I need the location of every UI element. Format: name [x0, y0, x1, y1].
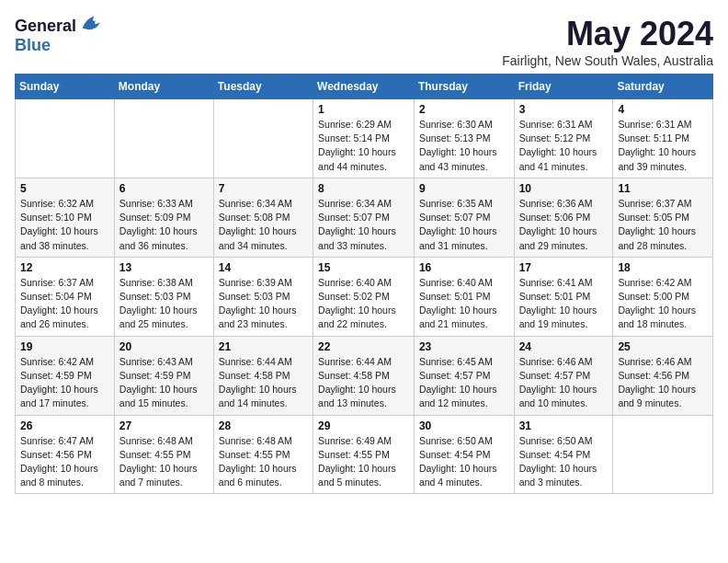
calendar-cell: 10Sunrise: 6:36 AMSunset: 5:06 PMDayligh…	[514, 178, 613, 257]
col-monday: Monday	[114, 75, 213, 99]
col-friday: Friday	[514, 75, 613, 99]
day-number: 29	[318, 419, 409, 432]
day-number: 19	[20, 340, 109, 353]
day-number: 13	[119, 261, 209, 274]
calendar-header: Sunday Monday Tuesday Wednesday Thursday…	[16, 75, 713, 99]
day-number: 6	[119, 182, 209, 195]
day-number: 26	[20, 419, 109, 432]
day-number: 12	[20, 261, 109, 274]
day-info: Sunrise: 6:36 AMSunset: 5:06 PMDaylight:…	[519, 197, 609, 253]
day-number: 17	[519, 261, 609, 274]
day-info: Sunrise: 6:42 AMSunset: 4:59 PMDaylight:…	[20, 355, 109, 411]
day-number: 21	[219, 340, 308, 353]
calendar-week-2: 5Sunrise: 6:32 AMSunset: 5:10 PMDaylight…	[16, 178, 713, 257]
day-number: 7	[219, 182, 308, 195]
month-title: May 2024	[502, 15, 713, 53]
day-number: 18	[618, 261, 708, 274]
calendar-cell: 22Sunrise: 6:44 AMSunset: 4:58 PMDayligh…	[313, 336, 415, 415]
day-info: Sunrise: 6:37 AMSunset: 5:04 PMDaylight:…	[20, 276, 109, 332]
col-sunday: Sunday	[16, 75, 115, 99]
calendar-cell: 28Sunrise: 6:48 AMSunset: 4:55 PMDayligh…	[213, 415, 313, 494]
calendar-cell: 13Sunrise: 6:38 AMSunset: 5:03 PMDayligh…	[114, 257, 213, 336]
calendar-table: Sunday Monday Tuesday Wednesday Thursday…	[15, 74, 713, 494]
day-info: Sunrise: 6:48 AMSunset: 4:55 PMDaylight:…	[219, 434, 308, 490]
day-info: Sunrise: 6:48 AMSunset: 4:55 PMDaylight:…	[119, 434, 209, 490]
day-info: Sunrise: 6:47 AMSunset: 4:56 PMDaylight:…	[20, 434, 109, 490]
day-number: 27	[119, 419, 209, 432]
day-number: 14	[219, 261, 308, 274]
day-info: Sunrise: 6:31 AMSunset: 5:12 PMDaylight:…	[519, 118, 609, 174]
calendar-cell: 8Sunrise: 6:34 AMSunset: 5:07 PMDaylight…	[313, 178, 415, 257]
day-number: 16	[419, 261, 509, 274]
day-number: 5	[20, 182, 109, 195]
header-row: Sunday Monday Tuesday Wednesday Thursday…	[16, 75, 713, 99]
day-number: 4	[618, 103, 708, 116]
calendar-cell	[613, 415, 713, 494]
day-info: Sunrise: 6:35 AMSunset: 5:07 PMDaylight:…	[419, 197, 509, 253]
day-number: 8	[318, 182, 409, 195]
day-number: 25	[618, 340, 708, 353]
calendar-cell	[114, 99, 213, 178]
day-info: Sunrise: 6:37 AMSunset: 5:05 PMDaylight:…	[618, 197, 708, 253]
calendar-cell: 15Sunrise: 6:40 AMSunset: 5:02 PMDayligh…	[313, 257, 415, 336]
calendar-week-5: 26Sunrise: 6:47 AMSunset: 4:56 PMDayligh…	[16, 415, 713, 494]
day-info: Sunrise: 6:40 AMSunset: 5:02 PMDaylight:…	[318, 276, 409, 332]
day-info: Sunrise: 6:46 AMSunset: 4:56 PMDaylight:…	[618, 355, 708, 411]
day-number: 2	[419, 103, 509, 116]
calendar-cell: 29Sunrise: 6:49 AMSunset: 4:55 PMDayligh…	[313, 415, 415, 494]
calendar-cell: 4Sunrise: 6:31 AMSunset: 5:11 PMDaylight…	[613, 99, 713, 178]
day-number: 3	[519, 103, 609, 116]
calendar-cell: 1Sunrise: 6:29 AMSunset: 5:14 PMDaylight…	[313, 99, 415, 178]
day-number: 31	[519, 419, 609, 432]
day-number: 15	[318, 261, 409, 274]
day-info: Sunrise: 6:44 AMSunset: 4:58 PMDaylight:…	[219, 355, 308, 411]
logo-blue-text: Blue	[15, 36, 51, 55]
day-number: 20	[119, 340, 209, 353]
calendar-cell: 14Sunrise: 6:39 AMSunset: 5:03 PMDayligh…	[213, 257, 313, 336]
day-number: 23	[419, 340, 509, 353]
day-info: Sunrise: 6:32 AMSunset: 5:10 PMDaylight:…	[20, 197, 109, 253]
day-number: 24	[519, 340, 609, 353]
calendar-cell	[16, 99, 115, 178]
calendar-cell: 2Sunrise: 6:30 AMSunset: 5:13 PMDaylight…	[414, 99, 514, 178]
day-info: Sunrise: 6:50 AMSunset: 4:54 PMDaylight:…	[419, 434, 509, 490]
col-thursday: Thursday	[414, 75, 514, 99]
day-info: Sunrise: 6:34 AMSunset: 5:07 PMDaylight:…	[318, 197, 409, 253]
day-info: Sunrise: 6:50 AMSunset: 4:54 PMDaylight:…	[519, 434, 609, 490]
day-info: Sunrise: 6:38 AMSunset: 5:03 PMDaylight:…	[119, 276, 209, 332]
day-info: Sunrise: 6:39 AMSunset: 5:03 PMDaylight:…	[219, 276, 308, 332]
day-number: 1	[318, 103, 409, 116]
calendar-cell: 30Sunrise: 6:50 AMSunset: 4:54 PMDayligh…	[414, 415, 514, 494]
calendar-cell: 25Sunrise: 6:46 AMSunset: 4:56 PMDayligh…	[613, 336, 713, 415]
day-info: Sunrise: 6:43 AMSunset: 4:59 PMDaylight:…	[119, 355, 209, 411]
day-info: Sunrise: 6:45 AMSunset: 4:57 PMDaylight:…	[419, 355, 509, 411]
calendar-cell	[213, 99, 313, 178]
calendar-cell: 18Sunrise: 6:42 AMSunset: 5:00 PMDayligh…	[613, 257, 713, 336]
logo: General Blue	[15, 15, 103, 55]
calendar-cell: 16Sunrise: 6:40 AMSunset: 5:01 PMDayligh…	[414, 257, 514, 336]
day-info: Sunrise: 6:30 AMSunset: 5:13 PMDaylight:…	[419, 118, 509, 174]
day-number: 22	[318, 340, 409, 353]
calendar-cell: 12Sunrise: 6:37 AMSunset: 5:04 PMDayligh…	[16, 257, 115, 336]
day-info: Sunrise: 6:46 AMSunset: 4:57 PMDaylight:…	[519, 355, 609, 411]
day-number: 28	[219, 419, 308, 432]
calendar-cell: 31Sunrise: 6:50 AMSunset: 4:54 PMDayligh…	[514, 415, 613, 494]
calendar-cell: 20Sunrise: 6:43 AMSunset: 4:59 PMDayligh…	[114, 336, 213, 415]
calendar-cell: 24Sunrise: 6:46 AMSunset: 4:57 PMDayligh…	[514, 336, 613, 415]
page-header: General Blue May 2024 Fairlight, New Sou…	[15, 15, 713, 68]
calendar-week-3: 12Sunrise: 6:37 AMSunset: 5:04 PMDayligh…	[16, 257, 713, 336]
calendar-body: 1Sunrise: 6:29 AMSunset: 5:14 PMDaylight…	[16, 99, 713, 494]
location-text: Fairlight, New South Wales, Australia	[502, 53, 713, 68]
col-wednesday: Wednesday	[313, 75, 415, 99]
day-info: Sunrise: 6:34 AMSunset: 5:08 PMDaylight:…	[219, 197, 308, 253]
day-info: Sunrise: 6:29 AMSunset: 5:14 PMDaylight:…	[318, 118, 409, 174]
calendar-week-1: 1Sunrise: 6:29 AMSunset: 5:14 PMDaylight…	[16, 99, 713, 178]
day-info: Sunrise: 6:33 AMSunset: 5:09 PMDaylight:…	[119, 197, 209, 253]
day-info: Sunrise: 6:49 AMSunset: 4:55 PMDaylight:…	[318, 434, 409, 490]
day-number: 30	[419, 419, 509, 432]
calendar-cell: 9Sunrise: 6:35 AMSunset: 5:07 PMDaylight…	[414, 178, 514, 257]
calendar-cell: 3Sunrise: 6:31 AMSunset: 5:12 PMDaylight…	[514, 99, 613, 178]
calendar-cell: 26Sunrise: 6:47 AMSunset: 4:56 PMDayligh…	[16, 415, 115, 494]
calendar-cell: 17Sunrise: 6:41 AMSunset: 5:01 PMDayligh…	[514, 257, 613, 336]
calendar-cell: 27Sunrise: 6:48 AMSunset: 4:55 PMDayligh…	[114, 415, 213, 494]
